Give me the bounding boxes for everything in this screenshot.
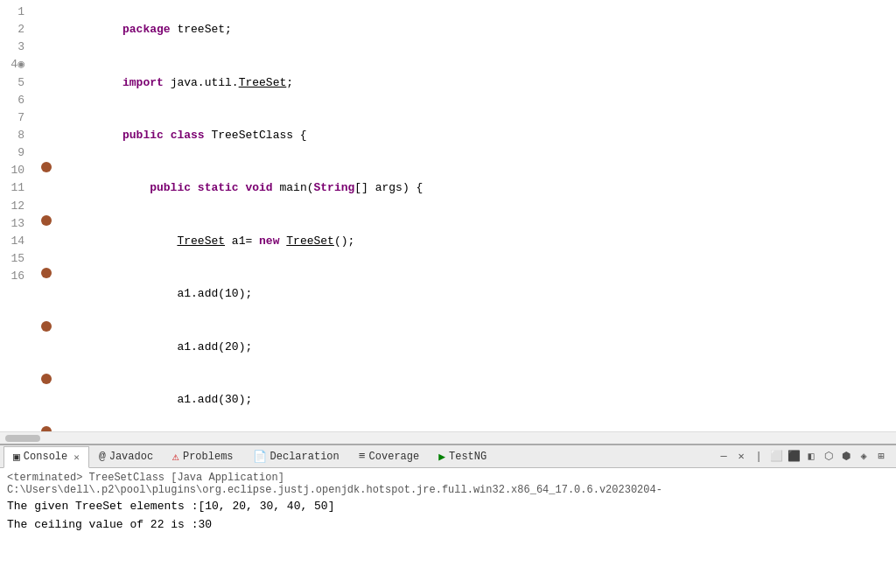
bookmark-icon-4: [41, 162, 52, 172]
console-area: ▣ Console ✕ @ Javadoc ⚠ Problems 📄 Decla…: [0, 444, 896, 588]
bookmark-icon-5: [41, 215, 52, 226]
toolbar-btn-1[interactable]: |: [751, 449, 766, 465]
code-text-3: public class TreeSetClass {: [54, 109, 896, 162]
console-toolbar: — ✕ | ⬜ ⬛ ◧ ⬡ ⬢ ◈ ⊞: [716, 449, 892, 465]
line-num-7: 7: [7, 109, 24, 127]
line-num-10: 10: [7, 162, 24, 179]
line-num-6: 6: [7, 92, 24, 109]
problems-icon: ⚠: [172, 450, 179, 464]
tab-problems-label: Problems: [183, 451, 234, 463]
code-text-8: a1.add(30);: [54, 374, 896, 426]
code-text-6: a1.add(10);: [54, 268, 896, 320]
code-container: 1 2 3 4◉ 5 6 7 8 9 10 11 12 13 14 15 16 …: [0, 0, 896, 431]
console-content: <terminated> TreeSetClass [Java Applicat…: [0, 468, 896, 588]
toolbar-btn-6[interactable]: ⬢: [838, 449, 854, 465]
console-tabs: ▣ Console ✕ @ Javadoc ⚠ Problems 📄 Decla…: [0, 445, 896, 468]
line-num-1: 1: [7, 4, 24, 21]
javadoc-icon: @: [99, 450, 106, 463]
terminated-text: <terminated> TreeSetClass [Java Applicat…: [7, 472, 889, 496]
tab-testng[interactable]: ▶ TestNG: [429, 445, 496, 467]
line-num-16: 16: [7, 268, 24, 285]
line-num-14: 14: [7, 233, 24, 250]
code-line-4: public static void main(String[] args) {: [38, 162, 896, 214]
tab-declaration[interactable]: 📄 Declaration: [243, 445, 349, 467]
line-num-8: 8: [7, 127, 24, 144]
bookmark-icon-6: [41, 268, 52, 278]
coverage-icon: ≡: [359, 450, 366, 463]
toolbar-btn-2[interactable]: ⬜: [768, 449, 784, 465]
toolbar-btn-5[interactable]: ⬡: [821, 449, 836, 465]
declaration-icon: 📄: [253, 450, 267, 464]
tab-problems[interactable]: ⚠ Problems: [163, 445, 242, 467]
line-num-11: 11: [7, 179, 24, 197]
tab-coverage-label: Coverage: [369, 451, 420, 463]
toolbar-btn-4[interactable]: ◧: [803, 449, 819, 465]
testng-icon: ▶: [438, 450, 445, 464]
scrollbar-thumb[interactable]: [5, 435, 40, 442]
bookmark-icon-7: [41, 321, 52, 332]
console-icon: ▣: [13, 450, 20, 464]
code-line-1: package treeSet;: [38, 4, 896, 56]
tab-javadoc-label: Javadoc: [109, 451, 153, 463]
line-num-13: 13: [7, 215, 24, 233]
kw-import: import: [122, 76, 164, 89]
tab-declaration-label: Declaration: [270, 451, 340, 463]
line-num-12: 12: [7, 198, 24, 215]
tab-coverage[interactable]: ≡ Coverage: [349, 445, 429, 467]
code-lines[interactable]: package treeSet; import java.util.TreeSe…: [32, 0, 896, 431]
code-text-5: TreeSet a1= new TreeSet();: [54, 215, 896, 268]
gutter-4: [38, 162, 54, 172]
gutter-7: [38, 321, 54, 332]
console-output-line1: The given TreeSet elements :[10, 20, 30,…: [7, 498, 889, 516]
line-num-4: 4◉: [7, 56, 24, 74]
code-text-4: public static void main(String[] args) {: [54, 162, 896, 214]
line-num-5: 5: [7, 74, 24, 92]
kw-package: package: [122, 23, 171, 36]
tab-console-close[interactable]: ✕: [74, 452, 80, 463]
tab-console-label: Console: [24, 451, 67, 463]
code-line-7: a1.add(20);: [38, 321, 896, 374]
toolbar-btn-7[interactable]: ◈: [856, 449, 872, 465]
tab-testng-label: TestNG: [449, 451, 486, 463]
tab-javadoc[interactable]: @ Javadoc: [89, 445, 163, 467]
tab-console[interactable]: ▣ Console ✕: [4, 446, 89, 468]
toolbar-btn-3[interactable]: ⬛: [786, 449, 802, 465]
line-numbers: 1 2 3 4◉ 5 6 7 8 9 10 11 12 13 14 15 16: [0, 0, 32, 431]
line-num-9: 9: [7, 144, 24, 162]
bookmark-icon-8: [41, 374, 52, 384]
line-num-3: 3: [7, 38, 24, 56]
editor-area: 1 2 3 4◉ 5 6 7 8 9 10 11 12 13 14 15 16 …: [0, 0, 896, 444]
line-num-2: 2: [7, 21, 24, 38]
gutter-6: [38, 268, 54, 278]
code-line-8: a1.add(30);: [38, 374, 896, 426]
close-console-btn[interactable]: ✕: [733, 449, 749, 465]
code-text-1: package treeSet;: [54, 4, 896, 56]
code-text-2: import java.util.TreeSet;: [54, 56, 896, 108]
code-line-6: a1.add(10);: [38, 268, 896, 320]
gutter-5: [38, 215, 54, 226]
line-num-15: 15: [7, 250, 24, 268]
minimize-btn[interactable]: —: [716, 449, 732, 465]
console-output-line2: The ceiling value of 22 is :30: [7, 516, 889, 535]
code-line-5: TreeSet a1= new TreeSet();: [38, 215, 896, 268]
code-text-7: a1.add(20);: [54, 321, 896, 374]
code-line-2: import java.util.TreeSet;: [38, 56, 896, 108]
horizontal-scrollbar[interactable]: [0, 431, 896, 444]
gutter-8: [38, 374, 54, 384]
toolbar-btn-8[interactable]: ⊞: [873, 449, 889, 465]
code-line-3: public class TreeSetClass {: [38, 109, 896, 162]
